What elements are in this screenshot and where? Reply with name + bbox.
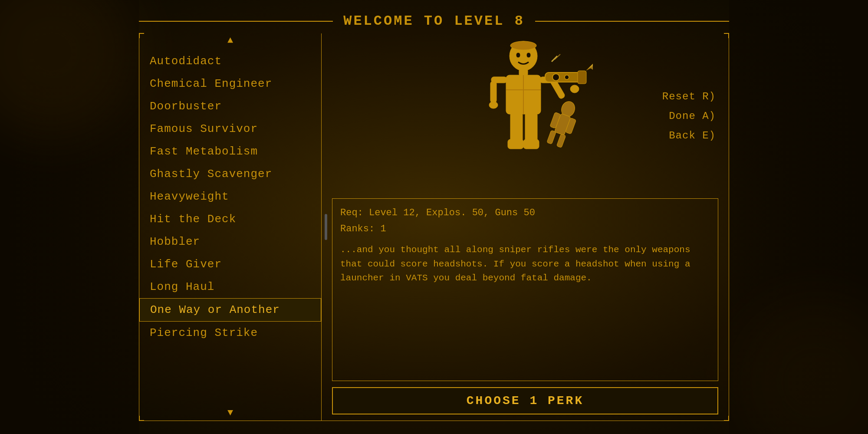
perk-item-one-way-or-another[interactable]: One Way or Another bbox=[139, 298, 321, 322]
detail-panel: Reset R) Done A) Back E) Req: Level 12, … bbox=[322, 33, 729, 421]
svg-rect-22 bbox=[525, 112, 537, 143]
notch-tl bbox=[139, 33, 144, 38]
scroll-down-button[interactable]: ▼ bbox=[139, 406, 321, 421]
content-area: ▲ AutodidactChemical EngineerDoorbusterF… bbox=[139, 33, 729, 421]
svg-rect-29 bbox=[547, 130, 556, 144]
perk-item-heavyweight[interactable]: Heavyweight bbox=[139, 185, 321, 208]
title-line-right bbox=[535, 21, 729, 22]
perk-list: AutodidactChemical EngineerDoorbusterFam… bbox=[139, 48, 321, 406]
back-control[interactable]: Back E) bbox=[669, 130, 716, 141]
scroll-up-button[interactable]: ▲ bbox=[139, 33, 321, 48]
title-line-left bbox=[139, 21, 333, 22]
perk-item-life-giver[interactable]: Life Giver bbox=[139, 253, 321, 276]
description-box: Req: Level 12, Explos. 50, Guns 50 Ranks… bbox=[332, 198, 718, 381]
main-panel: WELCOME TO LEVEL 8 ▲ AutodidactChemical … bbox=[139, 13, 729, 421]
description-text: ...and you thought all along sniper rifl… bbox=[340, 243, 710, 286]
req-line: Req: Level 12, Explos. 50, Guns 50 bbox=[340, 206, 710, 220]
reset-control[interactable]: Reset R) bbox=[662, 91, 716, 102]
svg-rect-30 bbox=[556, 134, 566, 148]
notch-br bbox=[724, 416, 729, 421]
perk-item-autodidact[interactable]: Autodidact bbox=[139, 50, 321, 72]
controls-panel: Reset R) Done A) Back E) bbox=[662, 91, 716, 141]
done-control[interactable]: Done A) bbox=[669, 110, 716, 122]
perk-item-doorbuster[interactable]: Doorbuster bbox=[139, 95, 321, 118]
perk-image-area: Reset R) Done A) Back E) bbox=[322, 33, 729, 198]
svg-point-14 bbox=[570, 85, 579, 93]
svg-rect-24 bbox=[523, 139, 539, 149]
svg-rect-16 bbox=[578, 71, 586, 84]
svg-line-31 bbox=[552, 56, 557, 62]
notch-tr bbox=[724, 33, 729, 38]
perk-item-fast-metabolism[interactable]: Fast Metabolism bbox=[139, 140, 321, 163]
perk-item-chemical-engineer[interactable]: Chemical Engineer bbox=[139, 72, 321, 95]
svg-point-4 bbox=[526, 53, 531, 58]
perk-item-piercing-strike[interactable]: Piercing Strike bbox=[139, 322, 321, 344]
perk-item-hobbler[interactable]: Hobbler bbox=[139, 230, 321, 253]
panel-title: WELCOME TO LEVEL 8 bbox=[333, 13, 535, 29]
perk-item-hit-the-deck[interactable]: Hit the Deck bbox=[139, 208, 321, 230]
svg-point-11 bbox=[489, 102, 498, 108]
perk-item-famous-survivor[interactable]: Famous Survivor bbox=[139, 118, 321, 140]
perk-item-ghastly-scavenger[interactable]: Ghastly Scavenger bbox=[139, 163, 321, 185]
choose-perk-button[interactable]: CHOOSE 1 PERK bbox=[332, 387, 718, 414]
perk-list-container: ▲ AutodidactChemical EngineerDoorbusterF… bbox=[139, 33, 322, 421]
svg-rect-10 bbox=[490, 81, 496, 103]
notch-bl bbox=[139, 416, 144, 421]
svg-point-18 bbox=[565, 75, 569, 79]
svg-point-2 bbox=[510, 41, 536, 50]
svg-rect-23 bbox=[508, 139, 523, 149]
title-bar: WELCOME TO LEVEL 8 bbox=[139, 13, 729, 29]
ranks-line: Ranks: 1 bbox=[340, 222, 710, 236]
svg-point-3 bbox=[516, 53, 520, 58]
svg-rect-21 bbox=[510, 112, 523, 143]
svg-point-17 bbox=[552, 74, 559, 81]
perk-item-long-haul[interactable]: Long Haul bbox=[139, 276, 321, 298]
vault-boy-illustration bbox=[480, 38, 593, 177]
